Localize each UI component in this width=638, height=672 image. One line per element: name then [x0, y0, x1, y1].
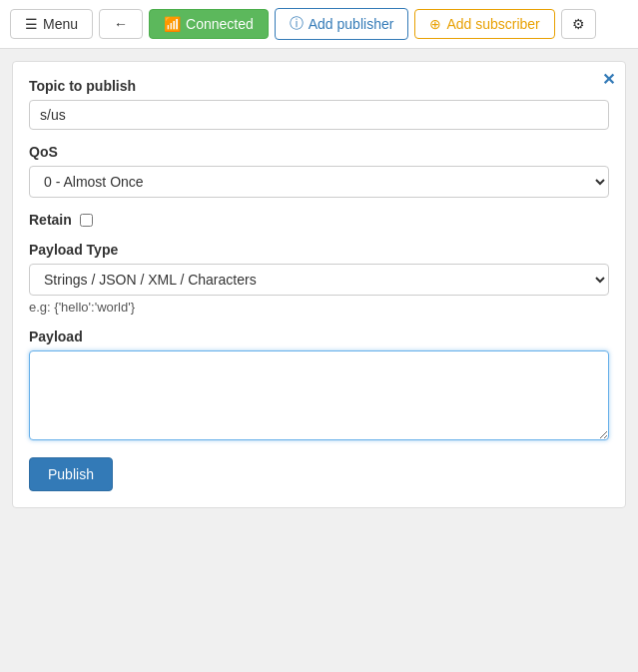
payload-type-select[interactable]: Strings / JSON / XML / Characters Base64…	[29, 264, 609, 296]
menu-icon: ☰	[25, 16, 38, 32]
menu-label: Menu	[43, 16, 78, 32]
qos-select[interactable]: 0 - Almost Once 1 - At Least Once 2 - Ex…	[29, 166, 609, 198]
gear-icon: ⚙	[572, 16, 585, 32]
add-subscriber-icon: ⊕	[429, 16, 441, 32]
qos-group: QoS 0 - Almost Once 1 - At Least Once 2 …	[29, 144, 609, 198]
back-icon: ←	[114, 16, 128, 32]
settings-button[interactable]: ⚙	[561, 9, 596, 39]
publish-button[interactable]: Publish	[29, 457, 113, 491]
retain-checkbox[interactable]	[80, 214, 93, 227]
topic-label: Topic to publish	[29, 78, 609, 94]
payload-type-group: Payload Type Strings / JSON / XML / Char…	[29, 242, 609, 315]
main-content: ✕ Topic to publish QoS 0 - Almost Once 1…	[0, 49, 638, 520]
add-subscriber-label: Add subscriber	[446, 16, 539, 32]
add-publisher-button[interactable]: ⓘ Add publisher	[275, 8, 409, 40]
add-subscriber-button[interactable]: ⊕ Add subscriber	[414, 9, 554, 39]
payload-label: Payload	[29, 329, 609, 344]
connected-button[interactable]: 📶 Connected	[149, 9, 269, 39]
retain-group: Retain	[29, 212, 609, 228]
publish-card: ✕ Topic to publish QoS 0 - Almost Once 1…	[12, 61, 626, 508]
topic-input[interactable]	[29, 100, 609, 130]
menu-button[interactable]: ☰ Menu	[10, 9, 93, 39]
add-publisher-icon: ⓘ	[290, 15, 304, 33]
topic-group: Topic to publish	[29, 78, 609, 130]
close-button[interactable]: ✕	[602, 70, 615, 89]
qos-label: QoS	[29, 144, 609, 160]
payload-type-label: Payload Type	[29, 242, 609, 258]
add-publisher-label: Add publisher	[309, 16, 394, 32]
back-button[interactable]: ←	[99, 9, 143, 39]
payload-textarea[interactable]	[29, 350, 609, 440]
retain-label: Retain	[29, 212, 72, 228]
payload-group: Payload	[29, 329, 609, 443]
hint-text: e.g: {'hello':'world'}	[29, 300, 609, 315]
connected-label: Connected	[186, 16, 254, 32]
signal-icon: 📶	[164, 16, 181, 32]
toolbar: ☰ Menu ← 📶 Connected ⓘ Add publisher ⊕ A…	[0, 0, 638, 49]
